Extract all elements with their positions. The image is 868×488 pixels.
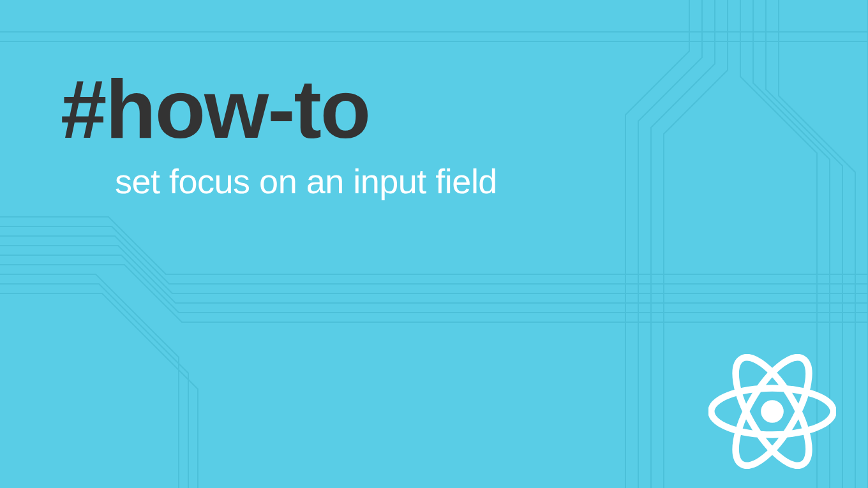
title-block: #how-to set focus on an input field: [61, 64, 497, 201]
subheading-text: set focus on an input field: [115, 161, 497, 201]
heading-hashtag: #how-to: [61, 64, 497, 155]
react-icon: [708, 354, 836, 469]
svg-point-0: [761, 400, 784, 423]
